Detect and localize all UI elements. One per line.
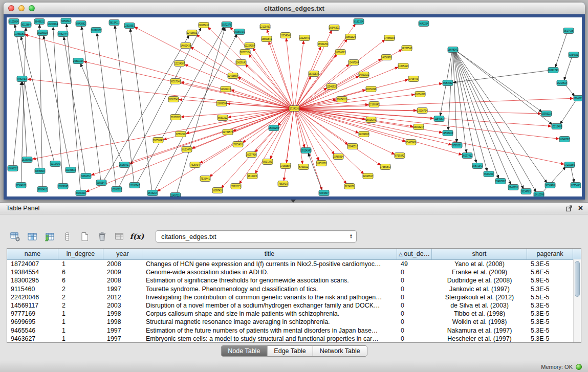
cell-pagerank[interactable]: 5.6E-5	[527, 268, 573, 276]
cell-year[interactable]: 1998	[103, 318, 142, 326]
graph-node[interactable]: 11243210	[574, 96, 582, 101]
graph-node[interactable]: 9643254	[419, 21, 429, 27]
cell-year[interactable]: 2012	[103, 293, 142, 301]
cell-in_degree[interactable]: 1	[58, 326, 103, 335]
graph-node[interactable]: 9361872	[81, 173, 91, 179]
graph-node[interactable]: 5572376	[222, 22, 232, 28]
cell-pagerank[interactable]: 5.3E-5	[527, 260, 573, 268]
graph-node[interactable]: 22046517	[363, 173, 374, 179]
graph-node[interactable]: 12610598	[534, 192, 545, 197]
graph-node[interactable]: 14595432	[443, 130, 453, 136]
cell-in_degree[interactable]: 1	[58, 260, 103, 268]
graph-node[interactable]: 10200123	[112, 187, 122, 192]
column-header-in_degree[interactable]: in_degree	[58, 249, 103, 259]
graph-node[interactable]: 7893215	[231, 184, 241, 189]
graph-node[interactable]: 15497210	[170, 193, 181, 197]
graph-node[interactable]: 12204863	[359, 132, 369, 137]
graph-node[interactable]: 10200964	[48, 21, 58, 27]
graph-node[interactable]: 19861324	[345, 34, 356, 40]
cell-out_degree[interactable]: 0	[397, 293, 432, 301]
table-row[interactable]: 1830029562008Estimation of significance …	[7, 276, 581, 285]
close-panel-button[interactable]: ×	[578, 204, 583, 212]
graph-node[interactable]: 13216754	[417, 108, 428, 114]
graph-node[interactable]: 10196537	[91, 28, 102, 33]
graph-node[interactable]: 10674323	[335, 50, 346, 55]
cell-pagerank[interactable]: 5.5E-5	[527, 293, 573, 301]
graph-node[interactable]: 16959745	[58, 184, 69, 189]
graph-node[interactable]: 25260417	[119, 162, 130, 168]
table-options-button[interactable]	[113, 230, 126, 244]
graph-node[interactable]: 12108747	[129, 183, 140, 188]
graph-node[interactable]: 7627853	[170, 115, 181, 120]
cell-title[interactable]: Estimation of the future numbers of pati…	[142, 326, 397, 335]
cell-in_degree[interactable]: 6	[58, 268, 103, 276]
cell-name[interactable]: 18300295	[7, 276, 58, 285]
graph-node[interactable]: 1154963	[434, 116, 444, 122]
cell-year[interactable]: 1998	[103, 310, 142, 318]
cell-name[interactable]: 14569117	[7, 301, 58, 310]
graph-node[interactable]: 16016247	[413, 124, 424, 130]
cell-name[interactable]: 22420046	[7, 293, 58, 301]
graph-node[interactable]: 9795443	[408, 76, 419, 82]
cell-out_degree[interactable]: 0	[397, 335, 432, 343]
graph-node[interactable]: 9643217	[147, 190, 158, 196]
graph-node[interactable]: 11546920	[326, 84, 337, 90]
graph-node[interactable]: 16162534	[309, 71, 319, 77]
import-table-button[interactable]	[43, 230, 57, 244]
cell-out_degree[interactable]: 0	[397, 285, 432, 293]
graph-node[interactable]: 9350498	[545, 183, 555, 188]
tab-node-table[interactable]: Node Table	[221, 346, 267, 356]
graph-node[interactable]: 18300295	[269, 125, 279, 131]
graph-node[interactable]: 8123476	[182, 147, 192, 152]
cell-in_degree[interactable]: 1	[58, 335, 103, 343]
graph-node[interactable]: 15236918	[37, 30, 48, 36]
cell-pagerank[interactable]: 5.3E-5	[527, 310, 573, 318]
network-canvas[interactable]: 8125804901286486496311020096493508121146…	[7, 17, 582, 196]
cell-pagerank[interactable]: 5.3E-5	[527, 335, 573, 343]
cell-short[interactable]: Stergiakouli et al. (2012)	[432, 293, 527, 301]
table-row[interactable]: 2242004622012Investigating the contribut…	[7, 293, 581, 301]
graph-node[interactable]: 10639143	[236, 60, 247, 65]
graph-node[interactable]: 8943082	[76, 21, 86, 27]
graph-node[interactable]: 18698321	[8, 166, 18, 171]
graph-node[interactable]: 25260850	[22, 157, 33, 163]
tab-network-table[interactable]: Network Table	[313, 346, 367, 356]
table-row[interactable]: 911546021997Tourette syndrome. Phenomeno…	[7, 285, 581, 293]
zoom-button[interactable]	[29, 5, 35, 11]
cell-short[interactable]: Wolkin et al. (1998)	[432, 318, 527, 326]
graph-node[interactable]: 12426603	[187, 30, 198, 36]
table-row[interactable]: 1872400712008Changes of HCN gene express…	[7, 260, 581, 268]
graph-node[interactable]: 12610651	[124, 23, 135, 29]
column-header-short[interactable]: short	[432, 249, 527, 259]
cell-pagerank[interactable]: 5.3E-5	[527, 285, 573, 293]
graph-node[interactable]: 10196532	[66, 167, 76, 173]
graph-node[interactable]: 8663212	[217, 115, 228, 121]
cell-in_degree[interactable]: 1	[58, 318, 103, 326]
column-header-title[interactable]: title	[142, 249, 397, 259]
graph-node[interactable]: 9462733	[17, 76, 27, 82]
cell-name[interactable]: 18724007	[7, 260, 58, 268]
cell-in_degree[interactable]: 2	[58, 285, 103, 293]
cell-short[interactable]: Hescheler et al. (1997)	[432, 335, 527, 343]
graph-node[interactable]: 9350547	[96, 180, 106, 186]
column-header-out_degree[interactable]: △ out_de…	[397, 249, 432, 259]
graph-node[interactable]: 9234765	[521, 189, 531, 194]
cell-out_degree[interactable]: 0	[397, 268, 432, 276]
graph-node[interactable]: 15497264	[349, 60, 359, 65]
graph-node[interactable]: 12426654	[228, 73, 238, 79]
graph-node[interactable]: 15485906	[406, 140, 417, 145]
graph-node[interactable]: 17356872	[380, 164, 391, 170]
cell-out_degree[interactable]: 0	[397, 301, 432, 310]
graph-node[interactable]: 9097243	[263, 159, 273, 165]
show-columns-button[interactable]	[26, 230, 39, 244]
graph-node[interactable]: 8181324	[354, 19, 364, 25]
graph-node[interactable]: 8759342	[395, 153, 405, 159]
graph-node[interactable]: 9812405	[247, 173, 257, 179]
cell-pagerank[interactable]: 5.3E-5	[527, 301, 573, 310]
graph-node[interactable]: 14850921	[359, 72, 369, 78]
cell-pagerank[interactable]: 5.9E-5	[527, 276, 573, 285]
cell-out_degree[interactable]: 0	[397, 326, 432, 335]
graph-node[interactable]: 8878809	[35, 168, 45, 174]
graph-node[interactable]: 16953276	[316, 161, 327, 166]
network-table-select[interactable]: citations_edges.txt ▲ ▼	[156, 230, 357, 243]
